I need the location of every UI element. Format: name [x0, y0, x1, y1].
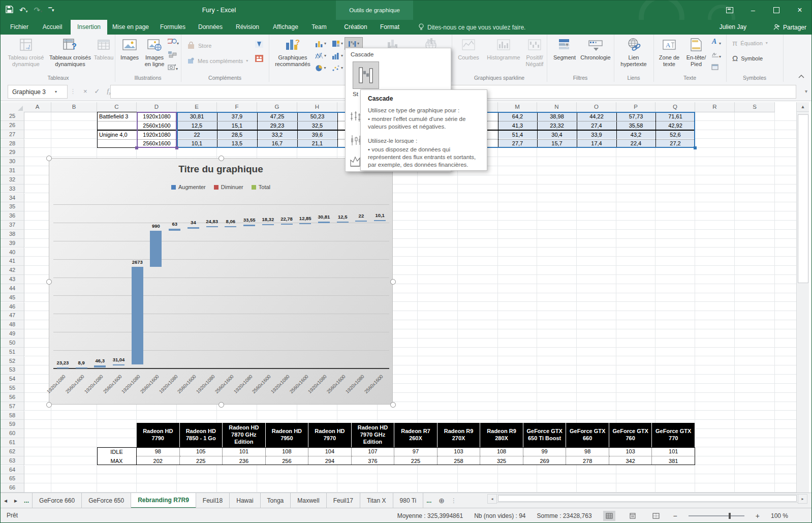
tell-me-box[interactable]: Dites-nous ce que vous voulez faire.	[418, 20, 525, 35]
column-header-B[interactable]: B	[51, 102, 97, 112]
waterfall-bar[interactable]	[281, 224, 293, 225]
row-header-45[interactable]: 45	[1, 293, 24, 302]
column-header-A[interactable]: A	[24, 102, 51, 112]
cell-value[interactable]: 10,1	[177, 139, 217, 148]
cell-value[interactable]: 50,23	[297, 112, 337, 121]
name-box[interactable]: Graphique 3 ▾	[8, 85, 68, 99]
sheet-tab-feuil18[interactable]: Feuil18	[196, 493, 230, 508]
row-header-55[interactable]: 55	[1, 384, 24, 393]
row-header-50[interactable]: 50	[1, 339, 24, 348]
row-header-40[interactable]: 40	[1, 248, 24, 257]
collapse-ribbon-button[interactable]	[798, 74, 804, 79]
waterfall-bar[interactable]	[243, 225, 255, 226]
row-header-25[interactable]: 25	[1, 112, 24, 121]
waterfall-bar[interactable]	[94, 365, 106, 367]
cell-resolution[interactable]: 1920x1080	[137, 112, 177, 121]
row-header-46[interactable]: 46	[1, 302, 24, 312]
sheet-nav-left-icon[interactable]: ◂	[1, 493, 11, 508]
people-graph-addin-icon[interactable]	[255, 55, 263, 64]
zoom-slider-thumb[interactable]	[729, 513, 731, 519]
zoom-in-button[interactable]: +	[756, 512, 760, 520]
sheet-tab-maxwell[interactable]: Maxwell	[291, 493, 326, 508]
legend-item-diminuer[interactable]: Diminuer	[214, 184, 243, 190]
object-button[interactable]	[711, 63, 719, 72]
ribbon-tab-format[interactable]: Format	[373, 20, 406, 35]
sheet-tab-980-ti[interactable]: 980 Ti	[393, 493, 424, 508]
hyperlink-button[interactable]: Lien hypertexte	[617, 36, 650, 67]
cell-value[interactable]: 12,5	[177, 121, 217, 130]
column-header-F[interactable]: F	[217, 102, 257, 112]
ribbon-tab-formules[interactable]: Formules	[154, 20, 192, 35]
waterfall-bar[interactable]	[76, 367, 87, 368]
row-header-47[interactable]: 47	[1, 311, 24, 320]
scroll-up-arrow[interactable]: ▲	[797, 102, 809, 112]
row-header-52[interactable]: 52	[1, 357, 24, 366]
vertical-scrollbar[interactable]: ▲	[796, 102, 809, 493]
row-header-35[interactable]: 35	[1, 202, 24, 211]
insert-scatter-chart-button[interactable]: ▾	[328, 61, 347, 74]
row-header-63[interactable]: 63	[1, 456, 24, 466]
sparkline-column-button[interactable]: Histogramme	[483, 36, 524, 61]
close-button[interactable]: ×	[788, 1, 811, 20]
row-header-36[interactable]: 36	[1, 211, 24, 221]
cell-value[interactable]: 51,4	[498, 130, 537, 139]
row-header-42[interactable]: 42	[1, 266, 24, 275]
ribbon-tab-fichier[interactable]: Fichier	[5, 20, 34, 35]
cell-value[interactable]: 57,73	[616, 112, 655, 121]
page-break-view-button[interactable]	[650, 511, 662, 521]
cancel-icon[interactable]: ×	[83, 87, 87, 95]
vertical-scroll-thumb[interactable]	[798, 114, 808, 283]
new-sheet-button[interactable]: ⊕	[434, 493, 449, 508]
cell-value[interactable]: 21,1	[297, 139, 337, 148]
waterfall-bar[interactable]	[337, 222, 349, 223]
cell-value[interactable]: 43,2	[616, 130, 655, 139]
ribbon-tab-création[interactable]: Création	[338, 20, 373, 35]
waterfall-bar[interactable]	[113, 364, 124, 365]
ribbon-tab-mise-en-page[interactable]: Mise en page	[107, 20, 154, 35]
bing-maps-addin-icon[interactable]	[255, 41, 263, 50]
cell-value[interactable]: 27,2	[655, 139, 695, 148]
column-header-M[interactable]: M	[498, 102, 537, 112]
cell-value[interactable]: 22,4	[616, 139, 655, 148]
chart-selection-handle[interactable]	[218, 402, 224, 408]
cell-value[interactable]: 42,92	[655, 121, 695, 130]
row-header-49[interactable]: 49	[1, 329, 24, 339]
screenshot-button[interactable]: ▾	[168, 63, 178, 72]
sheet-overflow-left[interactable]: ...	[21, 493, 32, 508]
cell-value[interactable]: 15,7	[537, 139, 577, 148]
ribbon-tab-révision[interactable]: Révision	[229, 20, 266, 35]
sheet-nav-right-icon[interactable]: ▸	[11, 493, 21, 508]
waterfall-bar[interactable]	[150, 231, 162, 267]
row-header-60[interactable]: 60	[1, 429, 24, 438]
range-handle[interactable]	[694, 146, 697, 149]
sparkline-winloss-button[interactable]: Positif/ Négatif	[523, 36, 546, 67]
column-header-N[interactable]: N	[537, 102, 577, 112]
page-layout-view-button[interactable]	[627, 511, 639, 521]
symbol-button[interactable]: Ω Symbole	[732, 54, 763, 63]
cell-value[interactable]: 30,4	[537, 130, 577, 139]
waterfall-bar[interactable]	[318, 222, 330, 223]
cell-value[interactable]: 28,5	[217, 130, 257, 139]
sheet-tab-geforce-660[interactable]: GeForce 660	[32, 493, 82, 508]
cell-game[interactable]: Unigine 4,0	[97, 130, 137, 139]
waterfall-bar[interactable]	[188, 227, 199, 228]
row-header-54[interactable]: 54	[1, 375, 24, 384]
column-header-P[interactable]: P	[616, 102, 655, 112]
column-header-D[interactable]: D	[137, 102, 177, 112]
ribbon-display-options-button[interactable]	[718, 1, 741, 20]
row-header-66[interactable]: 66	[1, 483, 24, 493]
shapes-button[interactable]: ▾	[168, 38, 179, 47]
insert-line-chart-button[interactable]: ▾	[311, 49, 330, 62]
row-header-59[interactable]: 59	[1, 420, 24, 429]
row-header-37[interactable]: 37	[1, 221, 24, 230]
insert-bar-chart-button[interactable]: ▾	[328, 49, 347, 62]
waterfall-bar[interactable]	[299, 223, 311, 224]
cell-game[interactable]: Battlefield 3	[97, 112, 137, 121]
cell-value[interactable]: 37,9	[217, 112, 257, 121]
cell-game[interactable]	[97, 139, 137, 148]
cell-value[interactable]: 30,81	[177, 112, 217, 121]
sheet-tab-titan-x[interactable]: Titan X	[360, 493, 393, 508]
expand-formula-bar-icon[interactable]: ▾	[805, 88, 807, 94]
cell-value[interactable]: 27,4	[577, 121, 616, 130]
undo-icon[interactable]: ↶▾	[19, 6, 28, 15]
